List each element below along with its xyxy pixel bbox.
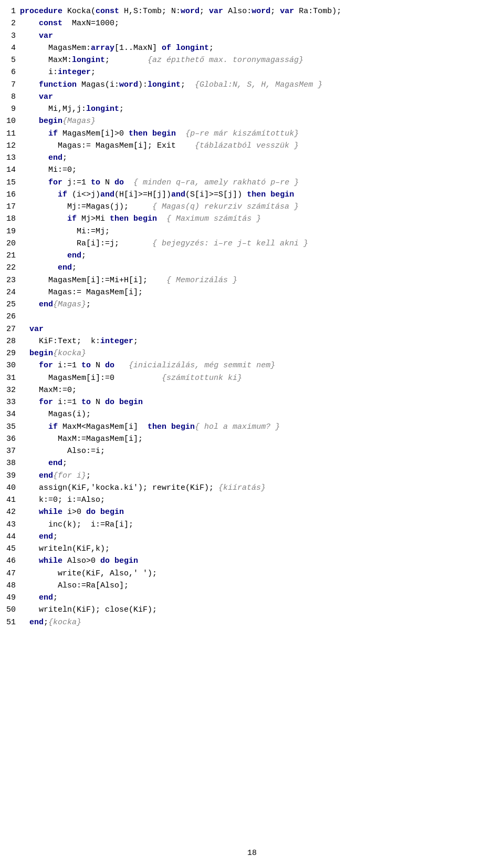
line-content: Magas(i); (20, 408, 499, 420)
line-number: 15 (5, 177, 20, 189)
code-line: 48 Also:=Ra[Also]; (5, 580, 499, 592)
line-number: 33 (5, 396, 20, 408)
line-content: Mj:=Magas(j); { Magas(q) rekurziv számít… (20, 201, 499, 213)
line-content: procedure Kocka(const H,S:Tomb; N:word; … (20, 5, 499, 17)
line-number: 14 (5, 164, 20, 176)
line-number: 22 (5, 262, 20, 274)
line-number: 10 (5, 115, 20, 127)
line-number: 37 (5, 445, 20, 457)
line-number: 38 (5, 457, 20, 469)
code-line: 17 Mj:=Magas(j); { Magas(q) rekurziv szá… (5, 201, 499, 213)
code-line: 50 writeln(KiF); close(KiF); (5, 604, 499, 616)
line-content: KiF:Text; k:integer; (20, 335, 499, 347)
line-content: assign(KiF,'kocka.ki'); rewrite(KiF); {k… (20, 482, 499, 494)
line-content: writeln(KiF); close(KiF); (20, 604, 499, 616)
line-content: while Also>0 do begin (20, 555, 499, 567)
line-number: 36 (5, 433, 20, 445)
code-line: 41 k:=0; i:=Also; (5, 494, 499, 506)
line-content: Mi:=Mj; (20, 225, 499, 238)
code-line: 22 end; (5, 262, 499, 274)
line-content: if (i<>j)and(H[i]>=H[j])and(S[i]>=S[j]) … (20, 189, 499, 201)
line-number: 12 (5, 140, 20, 152)
page-number: 18 (247, 849, 257, 858)
code-line: 25 end{Magas}; (5, 298, 499, 311)
line-content: begin{kocka} (20, 347, 499, 359)
line-number: 17 (5, 201, 20, 213)
line-content: MagasMem[i]:=0 {számítottunk ki} (20, 372, 499, 384)
line-number: 13 (5, 152, 20, 164)
code-line: 40 assign(KiF,'kocka.ki'); rewrite(KiF);… (5, 482, 499, 494)
code-line: 32 MaxM:=0; (5, 384, 499, 396)
code-line: 46 while Also>0 do begin (5, 555, 499, 567)
line-content: end; (20, 250, 499, 262)
line-content: Magas:= MagasMem[i]; Exit {táblázatból v… (20, 140, 499, 152)
line-number: 11 (5, 128, 20, 140)
line-content: i:integer; (20, 66, 499, 78)
line-number: 20 (5, 238, 20, 250)
code-line: 26 (5, 311, 499, 323)
code-line: 14 Mi:=0; (5, 164, 499, 176)
line-content: if Mj>Mi then begin { Maximum számítás } (20, 213, 499, 225)
line-content: MaxM:longint; {az épıthető max. toronyma… (20, 54, 499, 66)
line-content: if MaxM<MagasMem[i] then begin{ hol a ma… (20, 421, 499, 433)
line-number: 27 (5, 323, 20, 335)
line-number: 48 (5, 580, 20, 592)
line-number: 5 (5, 54, 20, 66)
line-number: 6 (5, 66, 20, 78)
line-number: 25 (5, 298, 20, 311)
line-number: 49 (5, 592, 20, 604)
line-number: 7 (5, 79, 20, 91)
code-line: 12 Magas:= MagasMem[i]; Exit {táblázatbó… (5, 140, 499, 152)
code-line: 11 if MagasMem[i]>0 then begin {p–re már… (5, 128, 499, 140)
code-line: 39 end{for i}; (5, 470, 499, 482)
line-content: end; (20, 531, 499, 543)
line-content: var (20, 30, 499, 42)
line-content: end;{kocka} (20, 616, 499, 628)
line-number: 9 (5, 103, 20, 115)
code-line: 9 Mi,Mj,j:longint; (5, 103, 499, 115)
code-line: 28 KiF:Text; k:integer; (5, 335, 499, 347)
line-number: 26 (5, 311, 20, 323)
line-content: while i>0 do begin (20, 506, 499, 518)
code-container: 1procedure Kocka(const H,S:Tomb; N:word;… (0, 0, 504, 660)
line-number: 16 (5, 189, 20, 201)
code-line: 45 writeln(KiF,k); (5, 543, 499, 555)
line-content: end; (20, 457, 499, 469)
code-line: 24 Magas:= MagasMem[i]; (5, 286, 499, 298)
code-line: 8 var (5, 91, 499, 103)
code-line: 18 if Mj>Mi then begin { Maximum számítá… (5, 213, 499, 225)
line-number: 3 (5, 30, 20, 42)
line-number: 44 (5, 531, 20, 543)
line-number: 35 (5, 421, 20, 433)
line-content: for j:=1 to N do { minden q–ra, amely ra… (20, 177, 499, 189)
line-number: 21 (5, 250, 20, 262)
line-content: Ra[i]:=j; { bejegyzés: i–re j–t kell akn… (20, 238, 499, 250)
code-line: 47 write(KiF, Also,' '); (5, 568, 499, 580)
line-content: inc(k); i:=Ra[i]; (20, 519, 499, 531)
line-content: var (20, 323, 499, 335)
code-line: 43 inc(k); i:=Ra[i]; (5, 519, 499, 531)
line-number: 45 (5, 543, 20, 555)
line-number: 30 (5, 359, 20, 372)
line-content: for i:=1 to N do begin (20, 396, 499, 408)
code-line: 49 end; (5, 592, 499, 604)
line-number: 32 (5, 384, 20, 396)
line-content: end{for i}; (20, 470, 499, 482)
code-line: 21 end; (5, 250, 499, 262)
line-content: end{Magas}; (20, 298, 499, 311)
code-line: 29 begin{kocka} (5, 347, 499, 359)
code-line: 44 end; (5, 531, 499, 543)
line-content: write(KiF, Also,' '); (20, 568, 499, 580)
line-content: var (20, 91, 499, 103)
code-line: 3 var (5, 30, 499, 42)
code-line: 7 function Magas(i:word):longint; {Globa… (5, 79, 499, 91)
code-line: 34 Magas(i); (5, 408, 499, 420)
code-line: 5 MaxM:longint; {az épıthető max. torony… (5, 54, 499, 66)
code-line: 31 MagasMem[i]:=0 {számítottunk ki} (5, 372, 499, 384)
line-number: 39 (5, 470, 20, 482)
line-content: for i:=1 to N do {inicializálás, még sem… (20, 359, 499, 372)
line-content: Mi,Mj,j:longint; (20, 103, 499, 115)
line-content: k:=0; i:=Also; (20, 494, 499, 506)
line-content: const MaxN=1000; (20, 17, 499, 29)
line-number: 4 (5, 42, 20, 54)
